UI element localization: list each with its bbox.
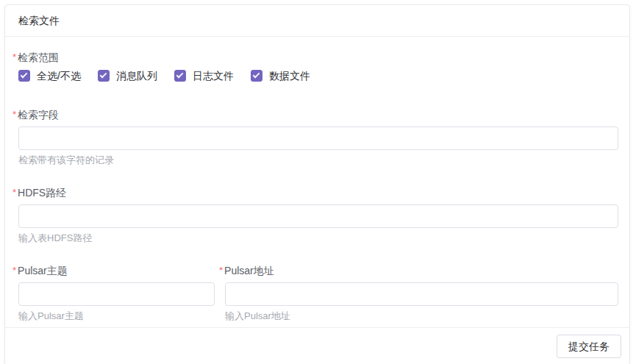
checkbox-data-files[interactable]: 数据文件 bbox=[251, 69, 310, 82]
pulsar-address-input[interactable] bbox=[225, 282, 618, 306]
hdfs-path-input[interactable] bbox=[18, 204, 618, 228]
search-field-hint: 检索带有该字符的记录 bbox=[18, 155, 618, 165]
card-title: 检索文件 bbox=[5, 5, 629, 37]
search-field-label: * 检索字段 bbox=[12, 107, 618, 122]
checkbox-label[interactable]: 消息队列 bbox=[116, 69, 157, 82]
search-form: * 检索范围 全选/不选 消息队列 日志文件 数据文件 * 检索 bbox=[5, 37, 629, 327]
pulsar-address-hint: 输入Pulsar地址 bbox=[225, 311, 618, 321]
scope-checkbox-group: 全选/不选 消息队列 日志文件 数据文件 bbox=[18, 69, 618, 82]
checkbox-label[interactable]: 日志文件 bbox=[193, 69, 234, 82]
required-asterisk: * bbox=[12, 185, 16, 200]
checkbox-checked-icon[interactable] bbox=[174, 70, 186, 82]
checkbox-message-queue[interactable]: 消息队列 bbox=[98, 69, 157, 82]
required-asterisk: * bbox=[12, 50, 16, 65]
checkbox-checked-icon[interactable] bbox=[251, 70, 262, 82]
hdfs-path-label: * HDFS路经 bbox=[12, 185, 618, 200]
checkbox-log-files[interactable]: 日志文件 bbox=[174, 69, 234, 82]
checkbox-select-all[interactable]: 全选/不选 bbox=[18, 69, 81, 82]
search-field-label-text: 检索字段 bbox=[18, 107, 59, 122]
check-icon bbox=[99, 71, 107, 79]
pulsar-topic-hint: 输入Pulsar主题 bbox=[18, 311, 215, 321]
pulsar-row: * Pulsar主题 输入Pulsar主题 * Pulsar地址 输入Pulsa… bbox=[18, 263, 618, 321]
pulsar-topic-label: * Pulsar主题 bbox=[12, 263, 215, 278]
check-icon bbox=[252, 71, 260, 79]
pulsar-address-label: * Pulsar地址 bbox=[219, 263, 618, 278]
card-footer: 提交任务 bbox=[5, 327, 629, 364]
required-asterisk: * bbox=[219, 263, 223, 278]
submit-task-button[interactable]: 提交任务 bbox=[557, 335, 621, 358]
pulsar-topic-label-text: Pulsar主题 bbox=[18, 263, 68, 278]
hdfs-path-hint: 输入表HDFS路径 bbox=[18, 233, 618, 243]
pulsar-topic-input[interactable] bbox=[18, 282, 215, 306]
required-asterisk: * bbox=[12, 263, 16, 278]
pulsar-address-field: * Pulsar地址 输入Pulsar地址 bbox=[225, 263, 618, 321]
scope-label-text: 检索范围 bbox=[18, 50, 59, 65]
pulsar-topic-field: * Pulsar主题 输入Pulsar主题 bbox=[18, 263, 215, 321]
hdfs-path-label-text: HDFS路经 bbox=[18, 185, 66, 200]
check-icon bbox=[21, 71, 28, 79]
scope-label: * 检索范围 bbox=[12, 50, 618, 65]
check-icon bbox=[176, 71, 183, 79]
search-files-card: 检索文件 * 检索范围 全选/不选 消息队列 日志文件 数据文件 bbox=[4, 4, 630, 364]
checkbox-checked-icon[interactable] bbox=[18, 70, 30, 82]
required-asterisk: * bbox=[12, 107, 16, 122]
checkbox-label[interactable]: 数据文件 bbox=[269, 69, 310, 82]
pulsar-address-label-text: Pulsar地址 bbox=[224, 263, 274, 278]
checkbox-checked-icon[interactable] bbox=[98, 70, 110, 82]
checkbox-label[interactable]: 全选/不选 bbox=[37, 69, 81, 82]
search-field-input[interactable] bbox=[18, 126, 618, 150]
